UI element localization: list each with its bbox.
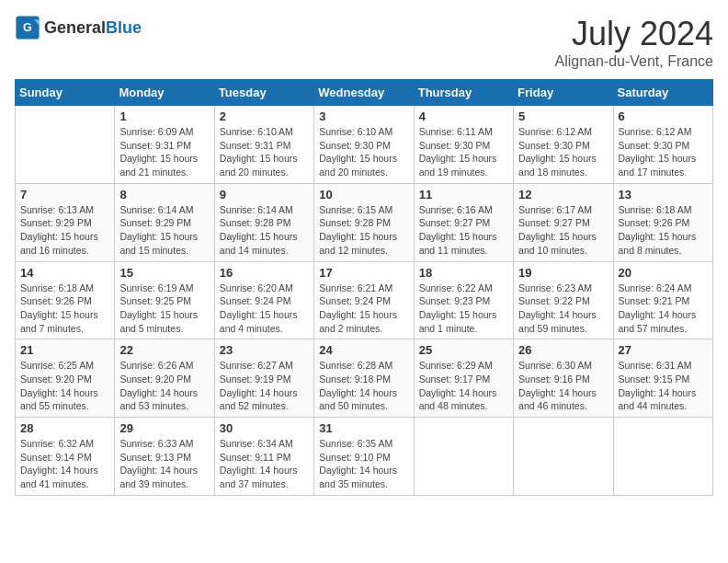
weekday-header-sunday: Sunday [16,80,115,106]
day-info: Sunrise: 6:18 AMSunset: 9:26 PMDaylight:… [619,203,708,258]
calendar-cell [16,106,115,184]
day-info: Sunrise: 6:16 AMSunset: 9:27 PMDaylight:… [419,203,508,258]
day-info: Sunrise: 6:21 AMSunset: 9:24 PMDaylight:… [319,282,408,336]
day-number: 11 [419,188,508,201]
day-number: 27 [619,343,708,357]
day-number: 23 [220,343,309,357]
day-number: 14 [20,266,109,280]
calendar-cell: 22 Sunrise: 6:26 AMSunset: 9:20 PMDaylig… [115,339,214,418]
calendar-cell: 13 Sunrise: 6:18 AMSunset: 9:26 PMDaylig… [613,183,712,261]
logo: G GeneralBlue [15,15,142,40]
calendar-cell: 12 Sunrise: 6:17 AMSunset: 9:27 PMDaylig… [514,183,613,261]
day-number: 31 [319,421,408,435]
day-number: 7 [20,188,109,201]
day-number: 8 [119,188,209,201]
day-info: Sunrise: 6:32 AMSunset: 9:14 PMDaylight:… [20,437,109,491]
svg-text:G: G [23,21,32,34]
weekday-header-tuesday: Tuesday [214,80,313,106]
calendar-cell: 14 Sunrise: 6:18 AMSunset: 9:26 PMDaylig… [16,261,115,339]
logo-general: General [44,18,106,37]
calendar-cell: 10 Sunrise: 6:15 AMSunset: 9:28 PMDaylig… [314,183,414,261]
day-info: Sunrise: 6:33 AMSunset: 9:13 PMDaylight:… [119,437,209,491]
logo-blue: Blue [106,18,142,37]
week-row-5: 28 Sunrise: 6:32 AMSunset: 9:14 PMDaylig… [16,418,713,496]
day-info: Sunrise: 6:12 AMSunset: 9:30 PMDaylight:… [518,125,608,179]
calendar-cell: 17 Sunrise: 6:21 AMSunset: 9:24 PMDaylig… [314,261,414,339]
calendar-cell: 23 Sunrise: 6:27 AMSunset: 9:19 PMDaylig… [214,339,313,418]
day-number: 28 [20,421,109,435]
location-title: Alignan-du-Vent, France [554,53,713,70]
calendar-cell: 19 Sunrise: 6:23 AMSunset: 9:22 PMDaylig… [514,261,613,339]
day-info: Sunrise: 6:28 AMSunset: 9:18 PMDaylight:… [319,359,408,413]
day-number: 1 [119,109,209,123]
calendar-cell: 7 Sunrise: 6:13 AMSunset: 9:29 PMDayligh… [16,183,115,261]
weekday-header-row: SundayMondayTuesdayWednesdayThursdayFrid… [16,80,713,106]
calendar-cell: 11 Sunrise: 6:16 AMSunset: 9:27 PMDaylig… [414,183,513,261]
calendar-cell: 1 Sunrise: 6:09 AMSunset: 9:31 PMDayligh… [115,106,214,184]
day-info: Sunrise: 6:14 AMSunset: 9:28 PMDaylight:… [220,203,309,258]
day-number: 26 [518,343,608,357]
calendar-cell: 5 Sunrise: 6:12 AMSunset: 9:30 PMDayligh… [514,106,613,184]
month-title: July 2024 [554,15,713,53]
logo-text: GeneralBlue [44,18,142,38]
day-info: Sunrise: 6:27 AMSunset: 9:19 PMDaylight:… [220,359,309,413]
calendar-cell: 30 Sunrise: 6:34 AMSunset: 9:11 PMDaylig… [214,418,313,496]
week-row-2: 7 Sunrise: 6:13 AMSunset: 9:29 PMDayligh… [16,183,713,261]
day-number: 24 [319,343,408,357]
day-info: Sunrise: 6:13 AMSunset: 9:29 PMDaylight:… [20,203,109,258]
day-number: 13 [619,188,708,201]
day-info: Sunrise: 6:24 AMSunset: 9:21 PMDaylight:… [619,282,708,336]
weekday-header-monday: Monday [115,80,214,106]
day-info: Sunrise: 6:17 AMSunset: 9:27 PMDaylight:… [518,203,608,258]
day-number: 21 [20,343,109,357]
day-number: 3 [319,109,408,123]
day-info: Sunrise: 6:31 AMSunset: 9:15 PMDaylight:… [619,359,708,413]
calendar-cell: 21 Sunrise: 6:25 AMSunset: 9:20 PMDaylig… [16,339,115,418]
calendar-cell: 2 Sunrise: 6:10 AMSunset: 9:31 PMDayligh… [214,106,313,184]
day-number: 20 [619,266,708,280]
day-info: Sunrise: 6:14 AMSunset: 9:29 PMDaylight:… [119,203,209,258]
calendar-cell: 8 Sunrise: 6:14 AMSunset: 9:29 PMDayligh… [115,183,214,261]
day-number: 16 [220,266,309,280]
calendar-cell: 29 Sunrise: 6:33 AMSunset: 9:13 PMDaylig… [115,418,214,496]
header: G GeneralBlue July 2024 Alignan-du-Vent,… [15,15,713,70]
day-number: 22 [119,343,209,357]
day-info: Sunrise: 6:12 AMSunset: 9:30 PMDaylight:… [619,125,708,179]
calendar-cell: 26 Sunrise: 6:30 AMSunset: 9:16 PMDaylig… [514,339,613,418]
day-info: Sunrise: 6:34 AMSunset: 9:11 PMDaylight:… [220,437,309,491]
weekday-header-friday: Friday [514,80,613,106]
calendar-cell: 4 Sunrise: 6:11 AMSunset: 9:30 PMDayligh… [414,106,513,184]
calendar-cell [514,418,613,496]
day-info: Sunrise: 6:11 AMSunset: 9:30 PMDaylight:… [419,125,508,179]
day-info: Sunrise: 6:25 AMSunset: 9:20 PMDaylight:… [20,359,109,413]
day-number: 6 [619,109,708,123]
day-number: 25 [419,343,508,357]
weekday-header-saturday: Saturday [613,80,712,106]
day-info: Sunrise: 6:09 AMSunset: 9:31 PMDaylight:… [119,125,209,179]
day-number: 5 [518,109,608,123]
calendar-cell: 6 Sunrise: 6:12 AMSunset: 9:30 PMDayligh… [613,106,712,184]
day-info: Sunrise: 6:23 AMSunset: 9:22 PMDaylight:… [518,282,608,336]
calendar-cell: 24 Sunrise: 6:28 AMSunset: 9:18 PMDaylig… [314,339,414,418]
day-info: Sunrise: 6:22 AMSunset: 9:23 PMDaylight:… [419,282,508,336]
calendar-cell: 25 Sunrise: 6:29 AMSunset: 9:17 PMDaylig… [414,339,513,418]
day-info: Sunrise: 6:26 AMSunset: 9:20 PMDaylight:… [119,359,209,413]
day-number: 15 [119,266,209,280]
calendar-cell: 27 Sunrise: 6:31 AMSunset: 9:15 PMDaylig… [613,339,712,418]
day-number: 10 [319,188,408,201]
day-info: Sunrise: 6:19 AMSunset: 9:25 PMDaylight:… [119,282,209,336]
day-number: 9 [220,188,309,201]
day-number: 29 [119,421,209,435]
week-row-4: 21 Sunrise: 6:25 AMSunset: 9:20 PMDaylig… [16,339,713,418]
day-number: 19 [518,266,608,280]
day-number: 2 [220,109,309,123]
calendar-table: SundayMondayTuesdayWednesdayThursdayFrid… [15,79,713,496]
calendar-cell: 16 Sunrise: 6:20 AMSunset: 9:24 PMDaylig… [214,261,313,339]
day-info: Sunrise: 6:18 AMSunset: 9:26 PMDaylight:… [20,282,109,336]
calendar-cell [414,418,513,496]
calendar-cell: 9 Sunrise: 6:14 AMSunset: 9:28 PMDayligh… [214,183,313,261]
weekday-header-wednesday: Wednesday [314,80,414,106]
calendar-cell: 3 Sunrise: 6:10 AMSunset: 9:30 PMDayligh… [314,106,414,184]
day-number: 12 [518,188,608,201]
calendar-cell: 31 Sunrise: 6:35 AMSunset: 9:10 PMDaylig… [314,418,414,496]
